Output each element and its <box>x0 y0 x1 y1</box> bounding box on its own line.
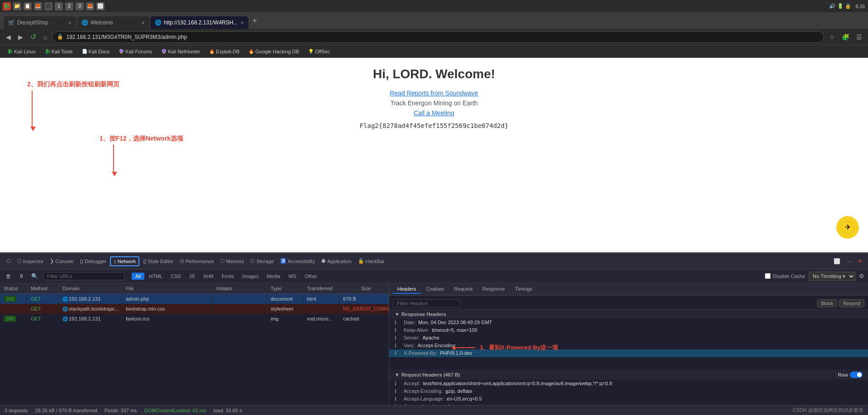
bookmark-google-hacking[interactable]: 🔥 Google Hacking DB <box>245 48 303 55</box>
filter-tab-all[interactable]: All <box>132 273 144 280</box>
bookmark-kali-linux[interactable]: 🐉 Kali Linux <box>4 48 39 55</box>
filter-tab-css[interactable]: CSS <box>167 273 185 280</box>
info-icon-vary[interactable]: ℹ <box>395 343 401 349</box>
bookmark-kali-docs[interactable]: 📄 Kali Docs <box>78 48 113 55</box>
table-row[interactable]: GET 🌐stackpath.bootstrapc... bootstrap.m… <box>0 304 389 314</box>
taskbar-icon-box[interactable]: ⬜ <box>96 2 105 10</box>
response-headers-section[interactable]: ▼ Response Headers <box>389 310 868 319</box>
bookmark-kali-tools[interactable]: 🐉 Kali Tools <box>41 48 76 55</box>
info-icon-date[interactable]: ℹ <box>395 320 401 325</box>
close-tab-deceptishop[interactable]: ✕ <box>68 20 72 25</box>
devtools-memory-btn[interactable]: ⬡ Memory <box>218 257 247 265</box>
link-reports[interactable]: Read Reports from Soundwave <box>390 90 478 97</box>
filter-tab-media[interactable]: Media <box>263 273 284 280</box>
tab-request[interactable]: Request <box>449 285 477 294</box>
table-row[interactable]: 200 GET 🌐192.168.2.131 favicon.ico img v… <box>0 314 389 324</box>
resend-button[interactable]: Resend <box>839 299 864 307</box>
th-file[interactable]: File <box>122 283 213 293</box>
devtools-network-btn[interactable]: ↕ Network <box>110 256 139 266</box>
devtools-close-btn[interactable]: ✕ <box>855 257 864 266</box>
network-search-btn[interactable]: 🔍 <box>29 272 40 281</box>
network-filter-input[interactable] <box>43 272 124 280</box>
close-tab-welcome[interactable]: ✕ <box>141 20 145 25</box>
disable-cache-checkbox[interactable] <box>765 273 771 279</box>
bookmark-kali-nethunter[interactable]: 🔮 Kali NetHunter <box>157 48 204 55</box>
link-meeting[interactable]: Call a Meeting <box>414 109 454 117</box>
home-button[interactable]: ⌂ <box>41 33 49 42</box>
bookmark-exploit-db[interactable]: 🔥 Exploit-DB <box>205 48 243 55</box>
disable-cache-label[interactable]: Disable Cache <box>765 273 805 279</box>
th-type[interactable]: Type <box>267 283 303 293</box>
info-icon-accept[interactable]: ℹ <box>395 381 401 387</box>
taskbar-icon-3[interactable]: 3 <box>76 2 84 10</box>
tab-cookies[interactable]: Cookies <box>422 285 449 294</box>
devtools-accessibility-btn[interactable]: ♿ Accessibility <box>277 257 318 265</box>
raw-toggle-btn[interactable] <box>850 372 863 378</box>
taskbar-icon-firefox[interactable]: 🦊 <box>34 2 42 10</box>
annotation-3-label: 3、看到X-Powered-By这一项 <box>480 344 558 351</box>
info-icon-accept-lang[interactable]: ℹ <box>395 396 401 402</box>
tab-welcome[interactable]: 🌐 Welcome ✕ <box>77 16 149 29</box>
info-icon-keepalive[interactable]: ℹ <box>395 327 401 333</box>
network-pause-btn[interactable]: ⏸ <box>16 272 26 281</box>
tab-headers[interactable]: Headers <box>393 285 421 294</box>
tab-response[interactable]: Response <box>478 285 510 294</box>
devtools-inspect-btn[interactable]: ⬡ <box>4 257 14 265</box>
taskbar-icon-firefox2[interactable]: 🦊 <box>86 2 94 10</box>
devtools-dock-btn[interactable]: ⬜ <box>831 257 843 266</box>
info-icon-server[interactable]: ℹ <box>395 335 401 341</box>
th-method[interactable]: Method <box>27 283 59 293</box>
devtools-more-btn[interactable]: ··· <box>844 257 854 266</box>
taskbar-icon-clipboard[interactable]: 📋 <box>24 2 32 10</box>
devtools-inspector-btn[interactable]: ⬡ Inspector <box>14 257 46 265</box>
back-button[interactable]: ◀ <box>4 33 13 42</box>
rh-name-date: Date: <box>404 320 415 325</box>
devtools-debugger-btn[interactable]: {} Debugger <box>77 257 110 265</box>
bookmark-button[interactable]: ☆ <box>827 33 837 42</box>
bookmark-kali-forums[interactable]: 🔮 Kali Forums <box>115 48 156 55</box>
devtools-application-btn[interactable]: ⬢ Application <box>319 257 354 265</box>
close-tab-active[interactable]: ✕ <box>240 20 244 25</box>
devtools-hackbar-btn[interactable]: 🔓 HackBar <box>355 257 387 265</box>
network-trash-btn[interactable]: 🗑 <box>4 272 14 281</box>
block-button[interactable]: Block <box>817 299 837 307</box>
taskbar-icon-1[interactable]: 1 <box>55 2 63 10</box>
taskbar-icon-2[interactable]: 2 <box>65 2 73 10</box>
extensions-button[interactable]: 🧩 <box>839 33 852 42</box>
th-domain[interactable]: Domain <box>59 283 122 293</box>
devtools-console-btn[interactable]: ❯ Console <box>47 257 76 265</box>
tab-deceptishop[interactable]: 🛒 DeceptiShop ✕ <box>4 16 76 29</box>
filter-tab-fonts[interactable]: Fonts <box>218 273 238 280</box>
devtools-performance-btn[interactable]: ◷ Performance <box>177 257 217 265</box>
devtools-storage-btn[interactable]: ⬡ Storage <box>248 257 277 265</box>
taskbar-icon-terminal[interactable]: ⬛ <box>44 2 52 10</box>
th-initiator[interactable]: Initiator <box>213 283 267 293</box>
menu-button[interactable]: ☰ <box>854 33 864 42</box>
headers-filter-input[interactable] <box>393 299 461 307</box>
filter-tab-ws[interactable]: WS <box>285 273 300 280</box>
th-transferred[interactable]: Transferred <box>303 283 358 293</box>
refresh-button[interactable]: ↺ <box>28 32 38 42</box>
devtools-style-editor-btn[interactable]: {} Style Editor <box>140 257 176 265</box>
info-icon-accept-enc[interactable]: ℹ <box>395 388 401 394</box>
filter-tab-images[interactable]: Images <box>238 273 262 280</box>
forward-button[interactable]: ▶ <box>16 33 25 42</box>
taskbar-icon-dragon[interactable]: 🐉 <box>3 2 11 10</box>
table-row[interactable]: 200 GET 🌐192.168.2.131 admin.php documen… <box>0 294 389 304</box>
network-settings-btn[interactable]: ⚙ <box>859 273 864 279</box>
tab-timings[interactable]: Timings <box>510 285 537 294</box>
filter-tab-other[interactable]: Other <box>301 273 321 280</box>
filter-tab-xhr[interactable]: XHR <box>200 273 217 280</box>
tab-active[interactable]: 🌐 http://192.168.2.131/W4RSH... ✕ <box>150 16 248 29</box>
info-icon-xpoweredby[interactable]: ℹ <box>395 350 401 356</box>
filter-tab-html[interactable]: HTML <box>145 273 166 280</box>
taskbar-icon-folder[interactable]: 📁 <box>13 2 21 10</box>
bookmark-offsec[interactable]: 💡 OffSec <box>305 48 334 55</box>
filter-tab-js[interactable]: JS <box>186 273 199 280</box>
request-headers-section[interactable]: ▼ Request Headers (467 B) Raw <box>389 370 868 380</box>
th-size[interactable]: Size <box>358 283 389 293</box>
throttling-select[interactable]: No Throttling ▾ <box>809 272 855 281</box>
address-bar[interactable]: 🔒 192.168.2.131/M3G4TR0N_SUPR3M3/admin.p… <box>52 31 824 43</box>
th-status[interactable]: Status <box>0 283 27 293</box>
add-tab-button[interactable]: + <box>249 16 260 26</box>
